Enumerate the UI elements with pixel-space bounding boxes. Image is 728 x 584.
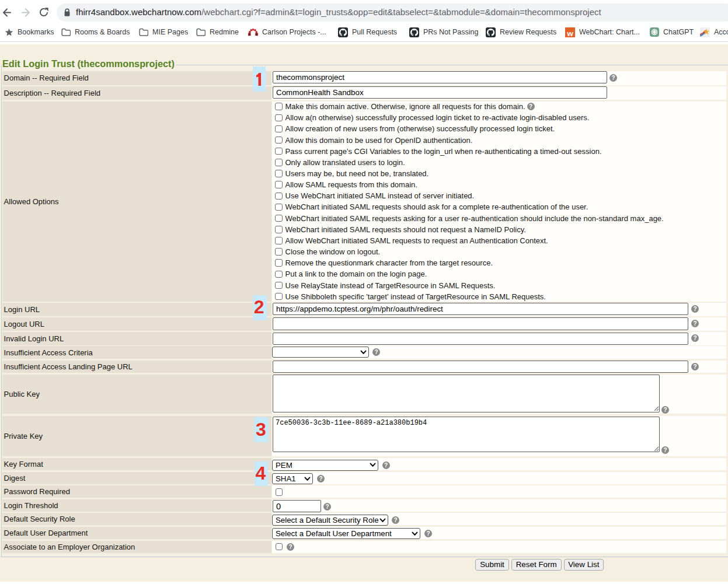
svg-text:w: w	[566, 29, 573, 37]
